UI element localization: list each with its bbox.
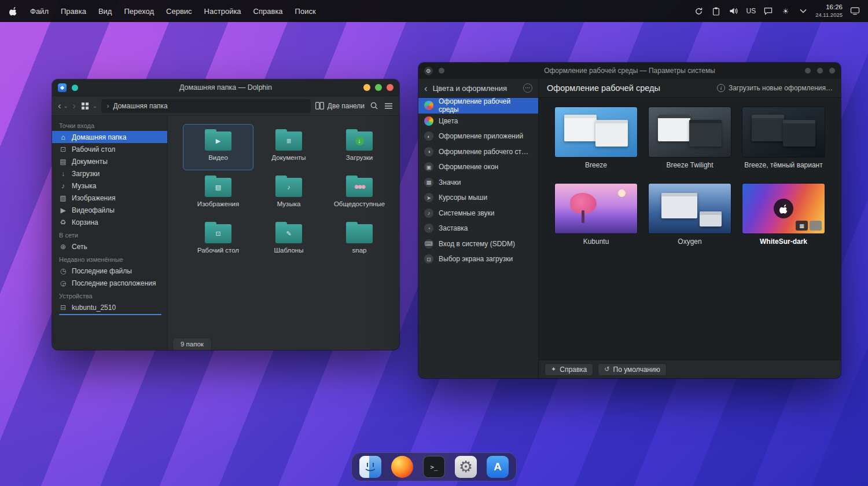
- sidebar-item-desktop[interactable]: ⊡ Рабочий стол: [52, 143, 167, 155]
- folder-tile-downloads[interactable]: ↓ Загрузки: [324, 124, 395, 170]
- sidebar-item-system-sounds[interactable]: ♪ Системные звуки: [418, 206, 538, 221]
- sidebar-item-device-kubuntu[interactable]: ⊟ kubuntu_2510: [52, 301, 167, 313]
- settings-app-icon[interactable]: ⚙: [424, 67, 433, 75]
- settings-titlebar[interactable]: Оформление рабочей среды — Параметры сис…: [418, 63, 841, 79]
- maximize-button[interactable]: [375, 84, 382, 91]
- theme-card-whitesur-dark[interactable]: ▦ WhiteSur-dark: [737, 184, 830, 255]
- wallpaper-preview-button[interactable]: ▦: [796, 221, 808, 231]
- sidebar-item-music[interactable]: ♪ Музыка: [52, 180, 167, 192]
- view-mode-icon[interactable]: [80, 101, 90, 111]
- clock[interactable]: 16:26 24.11.2025: [815, 3, 843, 18]
- sidebar-item-window-decorations[interactable]: ▣ Оформление окон: [418, 159, 538, 175]
- forward-button[interactable]: ›: [72, 101, 76, 111]
- sidebar-item-colors[interactable]: Цвета: [418, 114, 538, 129]
- menu-edit[interactable]: Правка: [61, 7, 86, 16]
- keyboard-layout-indicator[interactable]: US: [746, 7, 756, 15]
- theme-thumbnail[interactable]: [555, 107, 637, 157]
- history-chevron-icon[interactable]: ⌄: [64, 103, 68, 109]
- system-settings-window: Оформление рабочей среды — Параметры сис…: [418, 63, 841, 378]
- clipboard-icon[interactable]: [711, 6, 721, 16]
- brightness-icon[interactable]: ☀: [781, 6, 790, 16]
- theme-card-breeze[interactable]: Breeze: [549, 107, 643, 179]
- display-icon[interactable]: [850, 6, 860, 16]
- sidebar-item-network[interactable]: ⊕ Сеть: [52, 240, 167, 253]
- sidebar-item-trash[interactable]: ♻ Корзина: [52, 216, 167, 228]
- location-breadcrumb[interactable]: › Домашняя папка: [101, 99, 310, 113]
- theme-thumbnail[interactable]: [742, 107, 825, 157]
- sidebar-item-splash-screen[interactable]: ◔ Заставка: [418, 221, 538, 236]
- help-button[interactable]: ✦ Справка: [545, 363, 593, 376]
- menu-view[interactable]: Вид: [98, 7, 112, 16]
- theme-card-breeze-twilight[interactable]: Breeze Twilight: [643, 107, 737, 179]
- sidebar-item-documents[interactable]: ▤ Документы: [52, 155, 167, 167]
- dolphin-app-icon[interactable]: ◆: [58, 83, 67, 92]
- menu-tools[interactable]: Сервис: [166, 7, 192, 16]
- close-button[interactable]: [829, 68, 835, 74]
- minimize-button[interactable]: [805, 68, 811, 74]
- dolphin-titlebar[interactable]: Домашняя папка — Dolphin ◆: [52, 79, 399, 96]
- menu-settings[interactable]: Настройка: [204, 7, 241, 16]
- view-mode-chevron-icon[interactable]: ⌄: [93, 103, 97, 109]
- hamburger-menu-icon[interactable]: [384, 101, 393, 111]
- theme-thumbnail[interactable]: [649, 107, 731, 157]
- sidebar-item-downloads[interactable]: ↓ Загрузки: [52, 167, 167, 180]
- folder-tile-desktop[interactable]: ⊡ Рабочий стол: [183, 217, 253, 263]
- sidebar-item-plasma-style[interactable]: ◑ Оформление рабочего ст…: [418, 144, 538, 160]
- menu-search[interactable]: Поиск: [295, 7, 316, 16]
- dock-item-system-settings[interactable]: ⚙: [455, 456, 477, 478]
- sidebar-item-login-screen[interactable]: ⌨ Вход в систему (SDDM): [418, 236, 538, 252]
- sidebar-more-icon[interactable]: ⋯: [523, 83, 532, 93]
- sidebar-item-global-theme[interactable]: Оформление рабочей среды: [418, 98, 538, 114]
- volume-icon[interactable]: [729, 6, 738, 16]
- sidebar-item-boot-splash[interactable]: ⊡ Выбор экрана загрузки: [418, 251, 538, 267]
- back-button[interactable]: ‹: [58, 101, 61, 111]
- theme-thumbnail[interactable]: [555, 184, 637, 233]
- back-button[interactable]: ‹: [424, 83, 428, 93]
- theme-thumbnail[interactable]: [649, 184, 731, 233]
- dock-item-firefox[interactable]: [391, 456, 413, 478]
- menu-go[interactable]: Переход: [124, 7, 154, 16]
- sidebar-item-pictures[interactable]: ▧ Изображения: [52, 192, 167, 204]
- sidebar-item-label: Домашняя папка: [72, 133, 126, 141]
- dock-item-finder[interactable]: [359, 456, 381, 478]
- folder-tile-pictures[interactable]: ▧ Изображения: [183, 170, 253, 217]
- folder-tile-video[interactable]: ▶ Видео: [183, 124, 253, 170]
- maximize-button[interactable]: [817, 68, 823, 74]
- theme-thumbnail[interactable]: ▦: [742, 184, 825, 233]
- split-view-button[interactable]: Две панели: [315, 102, 365, 110]
- theme-card-kubuntu[interactable]: Kubuntu: [549, 184, 643, 255]
- defaults-button[interactable]: ↺ По умолчанию: [598, 363, 666, 376]
- folder-tile-documents[interactable]: ≣ Документы: [253, 124, 324, 170]
- dock-item-terminal[interactable]: >_: [423, 456, 445, 478]
- folder-tile-templates[interactable]: ✎ Шаблоны: [253, 217, 324, 263]
- sidebar-item-videos[interactable]: ▶ Видеофайлы: [52, 204, 167, 216]
- theme-card-oxygen[interactable]: Oxygen: [643, 184, 737, 255]
- folder-tile-snap[interactable]: snap: [324, 217, 395, 263]
- folder-tile-music[interactable]: ♪ Музыка: [253, 170, 324, 217]
- dolphin-folder-view[interactable]: ▶ Видео ≣ Документы ↓ Загрузки ▧ Изображ…: [168, 116, 399, 350]
- sidebar-item-cursors[interactable]: ➤ Курсоры мыши: [418, 190, 538, 206]
- folder-tile-public[interactable]: ⚉⚉⚉ Общедоступные: [324, 170, 395, 217]
- get-new-themes-button[interactable]: i Загрузить новые оформления…: [717, 84, 833, 92]
- sidebar-item-label: Вход в систему (SDDM): [439, 240, 515, 248]
- sidebar-item-icons[interactable]: ▦ Значки: [418, 175, 538, 191]
- chevron-down-icon[interactable]: [798, 6, 808, 16]
- search-icon[interactable]: [369, 101, 379, 111]
- minimize-button[interactable]: [363, 84, 370, 91]
- refresh-icon[interactable]: [694, 6, 704, 16]
- pin-button[interactable]: [439, 68, 444, 74]
- dock-item-app-store[interactable]: A: [487, 456, 509, 478]
- theme-card-breeze-dark[interactable]: Breeze, тёмный вариант: [737, 107, 830, 179]
- sidebar-item-recent-locations[interactable]: ◶ Последние расположения: [52, 277, 167, 289]
- breadcrumb-label[interactable]: Домашняя папка: [113, 102, 167, 110]
- pin-button[interactable]: [72, 85, 78, 91]
- apple-menu-icon[interactable]: [8, 6, 18, 16]
- secondary-overlay-button[interactable]: [810, 221, 822, 231]
- close-button[interactable]: [387, 84, 393, 91]
- menu-file[interactable]: Файл: [30, 7, 49, 16]
- sidebar-item-recent-files[interactable]: ◷ Последние файлы: [52, 265, 167, 277]
- chat-icon[interactable]: [763, 6, 773, 16]
- menu-help[interactable]: Справка: [253, 7, 283, 16]
- sidebar-item-home[interactable]: ⌂ Домашняя папка: [52, 131, 167, 143]
- sidebar-item-application-style[interactable]: ◐ Оформление приложений: [418, 129, 538, 144]
